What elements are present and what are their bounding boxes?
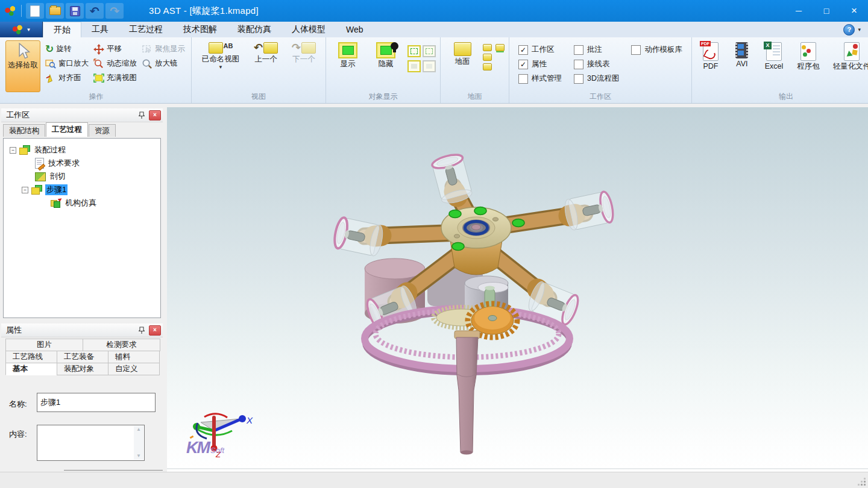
ribbon-group-view: AB 已命名视图 ▼ ↶ 上一个 ↷ 下一个 视图 (192, 37, 326, 103)
content-textarea[interactable]: ▲ ▼ (37, 425, 145, 461)
pan-button[interactable]: 平移 (92, 43, 139, 55)
divider (64, 470, 163, 471)
pin-icon[interactable] (137, 325, 146, 335)
ribbon-group-object-display: 显示 隐藏 对象显示 (326, 37, 441, 103)
magnifier-button[interactable]: 放大镜 (140, 57, 187, 70)
window-zoom-button[interactable]: 窗口放大 (43, 57, 90, 70)
tab-tools[interactable]: 工具 (81, 22, 119, 37)
tab-web[interactable]: Web (336, 22, 374, 37)
tab-basic[interactable]: 基本 (5, 363, 57, 375)
hide-others-button[interactable] (423, 60, 436, 72)
close-icon[interactable]: × (149, 325, 161, 336)
propeller-assembly-model: X Z (167, 107, 868, 472)
application-menu-button[interactable]: ▼ (0, 22, 43, 37)
checkbox-annotation[interactable]: 批注 (574, 45, 619, 55)
maximize-button[interactable]: □ (813, 0, 840, 22)
select-pick-button[interactable]: 选择拾取 (5, 40, 40, 92)
scroll-down-icon[interactable]: ▼ (136, 454, 141, 458)
group-label-ground: 地面 (441, 92, 509, 102)
tab-assembly-simulation[interactable]: 装配仿真 (227, 22, 281, 37)
tree-item-technical-requirements[interactable]: 技术要求 (4, 157, 160, 170)
3d-viewport: X Z KMSoft (167, 107, 868, 472)
tab-assembly-structure[interactable]: 装配结构 (3, 124, 45, 137)
save-button[interactable] (66, 3, 84, 19)
export-pdf-button[interactable]: PDF PDF (696, 40, 725, 92)
focus-display-button[interactable]: 聚焦显示 (140, 43, 187, 55)
help-icon[interactable]: ? (843, 24, 855, 36)
export-excel-button[interactable]: X Excel (759, 40, 789, 92)
checkbox-properties[interactable]: ✓ 属性 (518, 59, 562, 69)
named-views-button[interactable]: AB 已命名视图 ▼ (196, 40, 245, 92)
show-button[interactable]: 显示 (330, 40, 365, 92)
scrollbar[interactable]: ▲ ▼ (134, 426, 143, 460)
dynamic-zoom-button[interactable]: 动态缩放 (92, 57, 139, 70)
chevron-down-icon[interactable]: ▾ (858, 27, 861, 33)
checkbox-action-template-library[interactable]: 动作模板库 (631, 45, 682, 55)
tab-inspection-requirements[interactable]: 检测要求 (83, 339, 160, 351)
tree-item-assembly-process[interactable]: − 装配过程 (4, 143, 160, 157)
checkbox-icon (574, 60, 583, 69)
ground-option-icon[interactable] (483, 54, 492, 61)
tree-item-section[interactable]: 剖切 (4, 170, 160, 183)
previous-view-icon: ↶ (254, 42, 278, 54)
tab-human-model[interactable]: 人体模型 (281, 22, 336, 37)
export-package-button[interactable]: 程序包 (792, 40, 825, 92)
minimize-button[interactable]: ─ (785, 0, 813, 22)
tab-process-tree[interactable]: 工艺过程 (46, 122, 88, 137)
next-view-button[interactable]: ↷ 下一个 (286, 40, 321, 92)
checkbox-workspace[interactable]: ✓ 工作区 (518, 45, 562, 55)
workspace-panel-tabs: 装配结构 工艺过程 资源 (1, 122, 163, 137)
checkbox-wiring-table[interactable]: 接线表 (574, 59, 619, 69)
checkbox-icon (631, 45, 641, 55)
ground-option-icon[interactable] (483, 44, 492, 51)
tab-process-route[interactable]: 工艺路线 (5, 351, 57, 363)
tree-item-mechanism-simulation[interactable]: 机构仿真 (4, 196, 160, 210)
collapse-icon[interactable]: − (10, 147, 16, 154)
group-label-workspace: 工作区 (509, 92, 691, 102)
collapse-icon[interactable]: − (22, 187, 28, 193)
open-file-button[interactable] (46, 3, 64, 19)
content-label: 内容: (9, 429, 27, 440)
document-pencil-icon (35, 158, 44, 169)
tab-home[interactable]: 开始 (43, 22, 81, 37)
ground-option-icon[interactable] (483, 63, 492, 70)
3d-viewport-canvas[interactable]: X Z (167, 107, 868, 472)
ground-ring-icon[interactable] (495, 44, 505, 51)
tab-assembly-objects[interactable]: 装配对象 (57, 363, 108, 375)
previous-view-button[interactable]: ↶ 上一个 (248, 40, 283, 92)
checkbox-3d-flowchart[interactable]: 3D流程图 (574, 74, 619, 84)
tree-item-step1[interactable]: − 步骤1 (4, 183, 160, 196)
export-avi-button[interactable]: AVI (728, 40, 756, 92)
redo-button[interactable]: ↷ (105, 3, 124, 19)
pin-icon[interactable] (137, 110, 146, 120)
rotate-button[interactable]: ↻ 旋转 (43, 43, 90, 55)
excel-icon: X (766, 42, 782, 61)
hide-button[interactable]: 隐藏 (368, 40, 403, 92)
name-input[interactable] (37, 393, 156, 412)
close-icon[interactable]: × (149, 110, 161, 120)
checkbox-style-manager[interactable]: 样式管理 (518, 74, 562, 84)
tab-resources[interactable]: 资源 (89, 124, 116, 137)
tab-custom[interactable]: 自定义 (108, 363, 160, 375)
tab-tech-illustration[interactable]: 技术图解 (173, 22, 227, 37)
pan-icon (93, 44, 104, 55)
resize-grip[interactable] (864, 484, 866, 486)
show-selected-button[interactable] (407, 45, 421, 57)
tab-process[interactable]: 工艺过程 (119, 22, 173, 37)
new-file-button[interactable] (26, 3, 44, 19)
align-face-button[interactable]: 对齐面 (43, 72, 90, 84)
fit-view-button[interactable]: 充满视图 (92, 72, 139, 84)
close-button[interactable]: × (840, 0, 868, 22)
show-others-button[interactable] (423, 45, 436, 57)
hide-selected-button[interactable] (407, 60, 421, 72)
tab-auxiliary-materials[interactable]: 辅料 (108, 351, 160, 363)
avi-filmstrip-icon (735, 42, 748, 58)
scroll-up-icon[interactable]: ▲ (136, 427, 141, 432)
export-lightweight-button[interactable]: 轻量化文件 (828, 40, 868, 92)
ribbon-group-operate: 选择拾取 ↻ 旋转 窗口放大 (1, 37, 192, 103)
quick-access-toolbar: ↶ ↷ (0, 3, 124, 19)
ground-button[interactable]: 地面 (445, 40, 480, 92)
tab-process-equipment[interactable]: 工艺装备 (57, 351, 108, 363)
tab-picture[interactable]: 图片 (5, 339, 83, 351)
undo-button[interactable]: ↶ (86, 3, 104, 19)
